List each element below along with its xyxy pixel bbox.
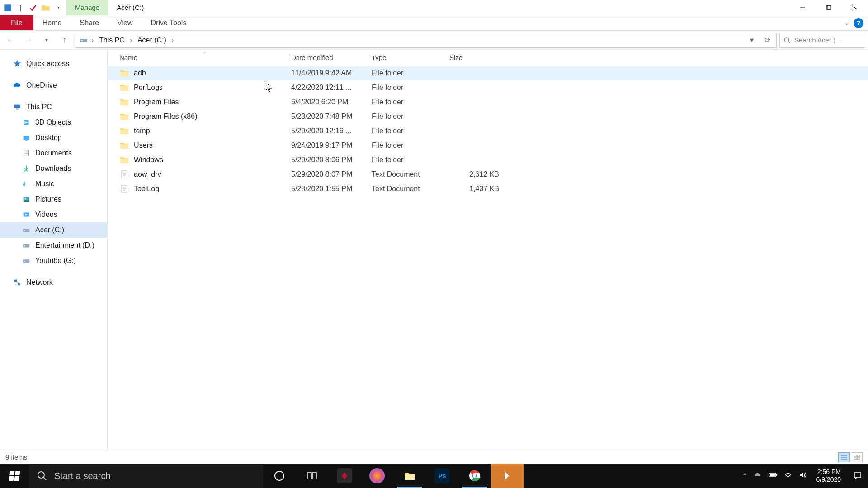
svg-rect-46 (857, 458, 859, 460)
sidebar-item-youtube-g-[interactable]: Youtube (G:) (0, 253, 107, 268)
sidebar-item-desktop[interactable]: Desktop (0, 130, 107, 145)
tray-wifi-icon[interactable] (784, 471, 792, 481)
file-row[interactable]: Program Files6/4/2020 6:20 PMFile folder (108, 95, 868, 109)
sidebar-item-3d-objects[interactable]: 3D Objects (0, 115, 107, 130)
taskbar-app-predator[interactable] (328, 464, 361, 488)
taskbar-app-2[interactable] (361, 464, 393, 488)
start-button[interactable] (0, 464, 29, 488)
share-tab[interactable]: Share (71, 15, 108, 30)
taskbar-search[interactable]: Start a search (29, 464, 263, 488)
sidebar-onedrive[interactable]: OneDrive (0, 78, 107, 93)
file-row[interactable]: Users9/24/2019 9:17 PMFile folder (108, 138, 868, 153)
svg-line-9 (788, 42, 790, 43)
folder-icon (119, 155, 129, 165)
qat-dropdown-icon[interactable]: ▾ (53, 3, 63, 13)
breadcrumb-chevron-icon[interactable]: › (91, 37, 94, 43)
sidebar-item-music[interactable]: Music (0, 176, 107, 192)
tray-battery-icon[interactable] (769, 472, 778, 480)
up-button[interactable]: ↑ (57, 33, 72, 48)
file-name: Program Files (x86) (134, 113, 291, 121)
file-name: Users (134, 141, 291, 150)
svg-marker-10 (14, 60, 21, 67)
sidebar-this-pc[interactable]: This PC (0, 99, 107, 115)
qat-separator: | (15, 3, 25, 13)
qat-folder-icon[interactable] (41, 3, 51, 13)
taskbar-chrome[interactable] (458, 464, 491, 488)
tray-overflow-icon[interactable]: ⌃ (742, 472, 748, 480)
sidebar-item-pictures[interactable]: Pictures (0, 192, 107, 207)
taskbar-clock[interactable]: 2:56 PM 6/9/2020 (813, 468, 845, 483)
close-button[interactable] (842, 0, 868, 15)
file-date: 9/24/2019 9:17 PM (291, 141, 372, 150)
taskbar-file-explorer[interactable] (393, 464, 426, 488)
sidebar-item-acer-c-[interactable]: Acer (C:) (0, 222, 107, 238)
sidebar-quick-access[interactable]: Quick access (0, 56, 107, 71)
file-row[interactable]: Windows5/29/2020 8:06 PMFile folder (108, 153, 868, 167)
svg-rect-2 (826, 5, 830, 9)
network-icon (13, 278, 22, 287)
breadcrumb-drive[interactable]: Acer (C:) (136, 36, 168, 44)
breadcrumb-chevron-icon[interactable]: › (171, 37, 175, 43)
tray-onedrive-icon[interactable] (754, 471, 762, 481)
forward-button[interactable]: → (21, 33, 36, 48)
column-size[interactable]: Size (449, 54, 499, 61)
search-input[interactable]: Search Acer (... (779, 33, 865, 48)
maximize-button[interactable] (816, 0, 842, 15)
file-row[interactable]: adb11/4/2019 9:42 AMFile folder (108, 66, 868, 80)
action-center-icon[interactable] (851, 469, 864, 483)
sidebar-item-label: Music (35, 180, 54, 188)
tray-volume-icon[interactable] (798, 471, 807, 481)
column-date[interactable]: Date modified (291, 54, 372, 61)
breadcrumb-chevron-icon[interactable]: › (129, 37, 133, 43)
file-name: PerfLogs (134, 84, 291, 92)
titlebar: | ▾ Manage Acer (C:) (0, 0, 868, 15)
file-date: 5/23/2020 7:48 PM (291, 113, 372, 121)
address-history-dropdown[interactable]: ▾ (745, 33, 758, 47)
minimize-button[interactable] (789, 0, 816, 15)
app-icon[interactable] (3, 3, 13, 13)
view-tab[interactable]: View (108, 15, 142, 30)
file-row[interactable]: aow_drv5/29/2020 8:07 PMText Document2,6… (108, 167, 868, 182)
details-view-button[interactable] (838, 452, 850, 462)
sidebar-network[interactable]: Network (0, 275, 107, 290)
svg-point-20 (24, 198, 26, 200)
sidebar-item-label: Pictures (35, 195, 61, 203)
file-row[interactable]: PerfLogs4/22/2020 12:11 ...File folder (108, 80, 868, 95)
thumbnails-view-button[interactable] (851, 452, 863, 462)
refresh-button[interactable]: ⟳ (761, 33, 774, 47)
manage-contextual-tab[interactable]: Manage (66, 0, 108, 15)
cortana-icon[interactable] (263, 464, 296, 488)
drive-tools-tab[interactable]: Drive Tools (142, 15, 196, 30)
sidebar-sub-icon (22, 179, 31, 188)
sidebar-item-videos[interactable]: Videos (0, 207, 107, 222)
taskbar-photoshop[interactable]: Ps (426, 464, 458, 488)
svg-line-31 (15, 282, 19, 283)
breadcrumb-this-pc[interactable]: This PC (97, 36, 127, 44)
file-date: 5/28/2020 1:55 PM (291, 185, 372, 193)
recent-dropdown-icon[interactable]: ▾ (39, 33, 54, 48)
file-tab[interactable]: File (0, 15, 33, 30)
help-icon[interactable]: ? (854, 18, 863, 28)
file-row[interactable]: Program Files (x86)5/23/2020 7:48 PMFile… (108, 109, 868, 124)
qat-properties-icon[interactable] (28, 3, 38, 13)
file-type: File folder (372, 69, 449, 77)
file-row[interactable]: ToolLog5/28/2020 1:55 PMText Document1,4… (108, 182, 868, 196)
task-view-icon[interactable] (296, 464, 328, 488)
folder-icon (119, 68, 129, 78)
back-button[interactable]: ← (3, 33, 18, 48)
file-row[interactable]: temp5/29/2020 12:16 ...File folder (108, 124, 868, 138)
ribbon-expand-icon[interactable]: ⌄ (844, 20, 849, 26)
file-name: Program Files (134, 98, 291, 106)
sidebar-item-entertainment-d-[interactable]: Entertainment (D:) (0, 238, 107, 253)
taskbar-filmora[interactable] (491, 464, 524, 488)
svg-rect-60 (854, 473, 861, 478)
home-tab[interactable]: Home (33, 15, 71, 30)
address-bar[interactable]: › This PC › Acer (C:) › ▾ ⟳ (75, 33, 777, 48)
svg-line-48 (43, 477, 46, 480)
navigation-bar: ← → ▾ ↑ › This PC › Acer (C:) › ▾ ⟳ Sear… (0, 31, 868, 50)
sidebar-sub-icon (22, 241, 31, 250)
sidebar-item-label: Desktop (35, 134, 62, 142)
sidebar-item-downloads[interactable]: Downloads (0, 161, 107, 176)
sidebar-item-documents[interactable]: Documents (0, 145, 107, 161)
column-type[interactable]: Type (372, 54, 449, 61)
